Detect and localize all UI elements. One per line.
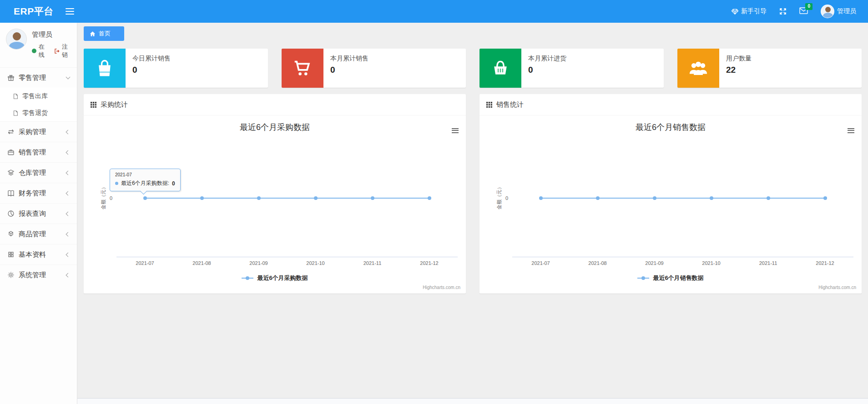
- stat-cards-row: 今日累计销售 0 本月累计销售 0 本月累计进货 0: [77, 43, 868, 88]
- guide-label: 新手引导: [741, 7, 767, 15]
- avatar: [6, 29, 27, 50]
- sidebar-item-label: 基本资料: [19, 250, 66, 259]
- data-point-marker[interactable]: [428, 196, 431, 200]
- sidebar-item-finance[interactable]: 财务管理: [0, 183, 77, 203]
- sidebar-toggle-button[interactable]: [66, 6, 74, 16]
- legend-item[interactable]: 最近6个月采购数据: [84, 274, 466, 282]
- file-icon: [12, 110, 19, 116]
- home-icon: [90, 31, 96, 37]
- sidebar-item-retail-return[interactable]: 零售退货: [0, 105, 77, 121]
- user-menu[interactable]: 管理员: [821, 5, 856, 18]
- x-axis-label: 2021-09: [626, 260, 683, 266]
- book-icon: [7, 190, 15, 197]
- logout-label: 注销: [62, 43, 73, 59]
- stat-card-month-sales[interactable]: 本月累计销售 0: [282, 49, 466, 88]
- stat-card-month-purchase[interactable]: 本月累计进货 0: [479, 49, 664, 88]
- y-axis-title: 金额（元）: [496, 177, 503, 218]
- sidebar-item-basic[interactable]: 基本资料: [0, 244, 77, 264]
- stat-card-label: 本月累计进货: [528, 55, 566, 63]
- pie-chart-icon: [7, 210, 15, 217]
- data-point-marker[interactable]: [596, 196, 600, 200]
- chevron-left-icon: [66, 211, 71, 216]
- footer-divider: [77, 398, 868, 404]
- legend-label: 最近6个月销售数据: [653, 274, 703, 282]
- x-axis-labels: 2021-072021-082021-092021-102021-112021-…: [512, 260, 853, 266]
- stat-card-value: 22: [726, 65, 752, 75]
- x-axis-labels: 2021-072021-082021-092021-102021-112021-…: [116, 260, 458, 266]
- sidebar-item-label: 销售管理: [19, 148, 66, 157]
- stat-card-value: 0: [528, 65, 566, 75]
- gear-icon: [7, 271, 15, 279]
- data-point-marker[interactable]: [767, 196, 770, 200]
- data-point-marker[interactable]: [653, 196, 656, 200]
- x-axis-label: 2021-07: [512, 260, 569, 266]
- app-logo[interactable]: ERP平台: [0, 5, 63, 18]
- stat-card-user-count[interactable]: 用户数量 22: [677, 49, 862, 88]
- sidebar-item-label: 系统管理: [19, 271, 66, 279]
- online-status-dot: [32, 49, 36, 53]
- sign-out-icon: [54, 48, 60, 54]
- tabs-bar: 首页: [77, 23, 868, 43]
- sidebar-item-sales[interactable]: 销售管理: [0, 142, 77, 162]
- data-point-marker[interactable]: [314, 196, 318, 200]
- data-point-marker[interactable]: [257, 196, 261, 200]
- users-icon: [677, 49, 719, 88]
- chevron-left-icon: [66, 170, 71, 175]
- navbar-user-name: 管理员: [837, 7, 856, 15]
- fullscreen-button[interactable]: [779, 8, 787, 15]
- chevron-left-icon: [66, 150, 71, 155]
- y-axis-title: 金额（元）: [100, 177, 107, 218]
- legend-item[interactable]: 最近6个月销售数据: [479, 274, 862, 282]
- message-count-badge: 0: [805, 3, 812, 10]
- messages-button[interactable]: 0: [799, 7, 808, 15]
- logout-button[interactable]: 注销: [54, 43, 73, 59]
- chart-credits-link[interactable]: Highcharts.com.cn: [423, 285, 460, 290]
- avatar: [821, 5, 834, 18]
- table-grid-icon: [486, 102, 492, 108]
- sidebar-menu: 零售管理 零售出库 零售退货: [0, 67, 77, 285]
- data-point-marker[interactable]: [371, 196, 374, 200]
- sidebar-item-retail[interactable]: 零售管理: [0, 67, 77, 88]
- guide-button[interactable]: 新手引导: [732, 7, 767, 15]
- sidebar-item-retail-outbound[interactable]: 零售出库: [0, 88, 77, 105]
- chevron-left-icon: [66, 191, 71, 195]
- plot-area: 0 2021-07 最近6个月采购数据: 0: [116, 140, 458, 257]
- sidebar-item-label: 财务管理: [19, 189, 66, 198]
- grid-icon: [7, 251, 15, 258]
- stat-card-today-sales[interactable]: 今日累计销售 0: [84, 49, 268, 88]
- data-point-marker[interactable]: [823, 196, 827, 200]
- sidebar-item-label: 零售出库: [22, 92, 48, 100]
- panel-header: 采购统计: [84, 94, 466, 115]
- sidebar-item-warehouse[interactable]: 仓库管理: [0, 162, 77, 183]
- legend-marker-icon: [242, 278, 253, 279]
- charts-row: 采购统计 最近6个月采购数据 金额（元） 0 2021-07 最近6个月采购数据: [77, 88, 868, 300]
- tooltip-date: 2021-07: [115, 172, 175, 177]
- plot-area: 0: [512, 140, 853, 257]
- sidebar-item-reports[interactable]: 报表查询: [0, 203, 77, 224]
- chart-context-menu-button[interactable]: [848, 127, 854, 134]
- stat-card-label: 本月累计销售: [330, 55, 368, 63]
- chart-credits-link[interactable]: Highcharts.com.cn: [818, 285, 856, 290]
- sidebar-item-goods[interactable]: 商品管理: [0, 224, 77, 244]
- sidebar-item-system[interactable]: 系统管理: [0, 264, 77, 285]
- tab-home-label: 首页: [99, 30, 111, 38]
- sidebar-user-name: 管理员: [32, 30, 73, 39]
- shopping-bag-icon: [84, 49, 126, 88]
- data-point-marker[interactable]: [200, 196, 204, 200]
- tooltip-series-label: 最近6个月采购数据:: [121, 180, 169, 187]
- sidebar-item-label: 商品管理: [19, 230, 66, 239]
- expand-icon: [779, 8, 787, 15]
- cart-icon: [282, 49, 323, 88]
- sidebar-item-purchase[interactable]: 采购管理: [0, 121, 77, 142]
- chart-context-menu-button[interactable]: [452, 127, 459, 134]
- x-axis-label: 2021-07: [116, 260, 173, 266]
- data-point-marker[interactable]: [143, 196, 147, 200]
- data-point-marker[interactable]: [539, 196, 543, 200]
- sidebar-item-label: 零售退货: [22, 109, 48, 117]
- tab-home[interactable]: 首页: [84, 26, 124, 41]
- sidebar-item-label: 采购管理: [19, 128, 66, 136]
- data-point-marker[interactable]: [710, 196, 713, 200]
- y-axis-tick: 0: [110, 195, 112, 201]
- panel-title: 销售统计: [496, 100, 524, 109]
- sidebar-item-label: 零售管理: [19, 74, 66, 82]
